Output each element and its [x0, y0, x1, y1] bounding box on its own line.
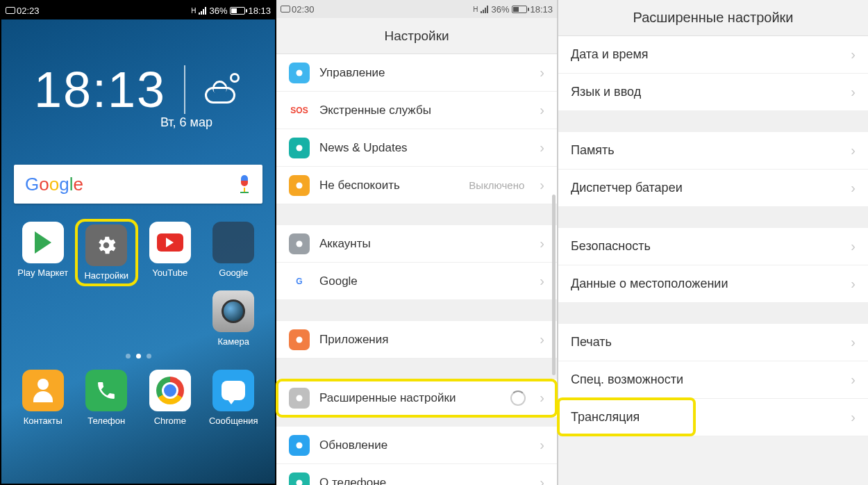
- settings-row-не-беспокоить[interactable]: Не беспокоитьВыключено›: [276, 167, 557, 204]
- row-label: Расширенные настройки: [319, 391, 501, 405]
- scrollbar[interactable]: [552, 195, 556, 375]
- chevron-right-icon: ›: [851, 180, 856, 196]
- adv-row-данные-о-местоположении[interactable]: Данные о местоположении›: [558, 265, 868, 303]
- battery-icon: [512, 6, 527, 13]
- adv-row-безопасность[interactable]: Безопасность›: [558, 228, 868, 265]
- settings-list[interactable]: Управление›SOSЭкстренные службы›News & U…: [276, 54, 557, 485]
- row-label: Google: [319, 274, 530, 288]
- chevron-right-icon: ›: [851, 276, 856, 292]
- settings-row-управление[interactable]: Управление›: [276, 54, 557, 92]
- phone-info-icon: [289, 472, 310, 486]
- adv-row-спец-возможности[interactable]: Спец. возможности›: [558, 361, 868, 399]
- chevron-right-icon: ›: [540, 102, 544, 118]
- advanced-icon: [289, 388, 310, 409]
- app-settings[interactable]: Настройки: [81, 224, 133, 281]
- svg-point-3: [297, 240, 303, 247]
- adv-row-трансляция[interactable]: Трансляция›: [558, 399, 868, 436]
- chevron-right-icon: ›: [540, 140, 544, 156]
- adv-row-язык-и-ввод[interactable]: Язык и ввод›: [558, 74, 868, 111]
- row-label: Не беспокоить: [319, 179, 459, 192]
- dock-phone[interactable]: Телефон: [78, 370, 136, 426]
- weather-icon: [203, 73, 242, 106]
- settings-row-аккаунты[interactable]: Аккаунты›: [276, 225, 557, 263]
- row-label: О телефоне: [319, 476, 530, 486]
- app-label: YouTube: [152, 268, 187, 278]
- settings-row-news-updates[interactable]: News & Updates›: [276, 129, 557, 167]
- dock-contacts[interactable]: Контакты: [14, 370, 72, 426]
- battery-icon: [230, 7, 245, 15]
- chevron-right-icon: ›: [540, 437, 544, 453]
- row-label: Спец. возможности: [571, 372, 841, 387]
- status-bar: 02:23 H 36% 18:13: [1, 1, 275, 19]
- mic-icon[interactable]: [237, 175, 251, 193]
- settings-row-о-телефоне[interactable]: О телефоне›: [276, 464, 557, 485]
- row-label: Обновление: [319, 438, 530, 452]
- home-apps-row: Play Маркет Настройки YouTube Google: [1, 211, 275, 283]
- row-label: News & Updates: [319, 141, 530, 155]
- app-label: Google: [219, 268, 248, 278]
- page-indicator: [1, 354, 275, 359]
- dock-chrome[interactable]: Chrome: [141, 370, 199, 426]
- google-logo: Google: [25, 174, 83, 195]
- battery-percent: 36%: [491, 4, 509, 15]
- status-bar: 02:30 H 36% 18:13: [276, 0, 557, 18]
- signal-icon: [199, 6, 206, 15]
- adv-row-печать[interactable]: Печать›: [558, 324, 868, 361]
- adv-row-дата-и-время[interactable]: Дата и время›: [558, 36, 868, 74]
- settings-row-расширенные-настройки[interactable]: Расширенные настройки›: [276, 379, 557, 417]
- chevron-right-icon: ›: [851, 409, 856, 425]
- svg-point-5: [297, 395, 303, 401]
- row-label: Безопасность: [571, 239, 841, 254]
- settings-row-обновление[interactable]: Обновление›: [276, 427, 557, 464]
- svg-point-7: [297, 479, 303, 485]
- settings-row-приложения[interactable]: Приложения›: [276, 321, 557, 359]
- adv-row-память[interactable]: Память›: [558, 132, 868, 170]
- chevron-right-icon: ›: [540, 273, 544, 289]
- svg-point-0: [297, 69, 303, 76]
- google-search-bar[interactable]: Google: [14, 165, 262, 204]
- chevron-right-icon: ›: [540, 390, 544, 406]
- dock-messages[interactable]: Сообщения: [205, 370, 263, 426]
- google-g-icon: G: [289, 271, 310, 292]
- app-youtube[interactable]: YouTube: [141, 222, 199, 283]
- dnd-icon: [289, 175, 310, 196]
- app-google-folder[interactable]: Google: [205, 222, 263, 283]
- row-label: Память: [571, 143, 841, 158]
- chevron-right-icon: ›: [540, 475, 544, 485]
- screen-record-icon: 02:30: [281, 4, 315, 15]
- advanced-title: Расширенные настройки: [558, 0, 868, 36]
- clock-widget[interactable]: 18:13 Вт, 6 мар: [1, 19, 275, 144]
- adv-row-диспетчер-батареи[interactable]: Диспетчер батареи›: [558, 170, 868, 207]
- chevron-right-icon: ›: [851, 238, 856, 254]
- app-label: Контакты: [24, 416, 62, 426]
- chevron-right-icon: ›: [851, 372, 856, 388]
- youtube-icon: [149, 222, 191, 263]
- messages-icon: [212, 370, 254, 411]
- settings-row-google[interactable]: GGoogle›: [276, 263, 557, 300]
- advanced-settings-list[interactable]: Дата и время›Язык и ввод›Память›Диспетче…: [558, 36, 868, 436]
- chevron-right-icon: ›: [540, 65, 544, 81]
- clock-time: 18:13: [34, 61, 166, 118]
- app-label: Телефон: [87, 416, 125, 426]
- settings-row-экстренные-службы[interactable]: SOSЭкстренные службы›: [276, 92, 557, 129]
- sos-icon: SOS: [289, 100, 310, 121]
- row-label: Управление: [319, 66, 530, 80]
- home-screen-pane: 02:23 H 36% 18:13 18:13 Вт, 6 мар Google…: [0, 0, 276, 485]
- update-icon: [289, 435, 310, 456]
- svg-point-4: [297, 336, 303, 343]
- app-play-market[interactable]: Play Маркет: [14, 222, 72, 283]
- row-label: Печать: [571, 335, 841, 350]
- app-label: Сообщения: [209, 416, 258, 426]
- row-label: Данные о местоположении: [571, 277, 841, 291]
- play-store-icon: [22, 222, 64, 263]
- row-label: Дата и время: [571, 47, 841, 62]
- settings-title: Настройки: [276, 18, 557, 54]
- spinner-icon: [510, 391, 526, 406]
- app-label: Настройки: [84, 270, 128, 281]
- app-camera[interactable]: Камера: [205, 290, 263, 347]
- svg-point-1: [297, 145, 303, 151]
- news-icon: [289, 138, 310, 158]
- chevron-right-icon: ›: [851, 84, 856, 100]
- folder-icon: [212, 222, 254, 263]
- chevron-right-icon: ›: [851, 47, 856, 63]
